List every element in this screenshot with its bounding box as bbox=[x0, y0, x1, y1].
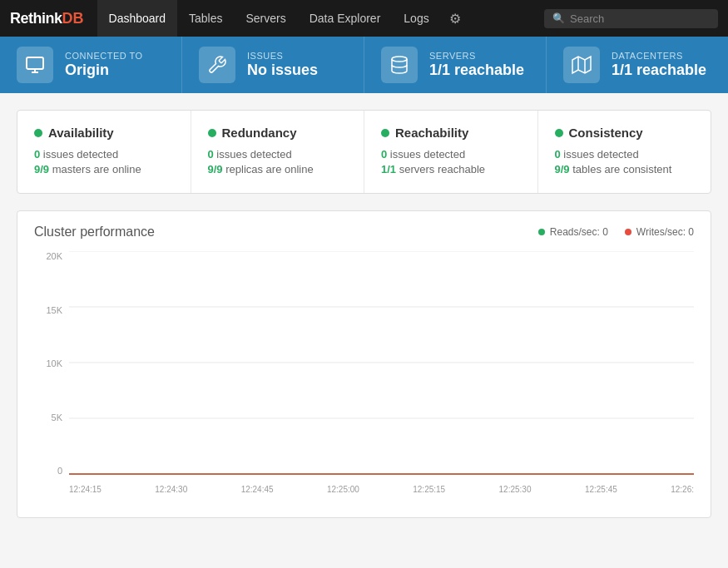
y-label-15k: 15K bbox=[46, 305, 62, 315]
issues-text: Issues No issues bbox=[247, 51, 318, 79]
search-icon: 🔍 bbox=[552, 12, 565, 24]
x-label-2: 12:24:45 bbox=[241, 485, 274, 494]
datacenters-text: Datacenters 1/1 reachable bbox=[612, 51, 706, 79]
redundancy-replicas: 9/9 replicas are online bbox=[208, 163, 348, 175]
cluster-perf-legend: Reads/sec: 0 Writes/sec: 0 bbox=[538, 226, 694, 238]
x-label-3: 12:25:00 bbox=[327, 485, 359, 494]
reachability-servers: 1/1 servers reachable bbox=[381, 163, 521, 175]
x-label-0: 12:24:15 bbox=[69, 485, 102, 494]
reads-label: Reads/sec: 0 bbox=[550, 226, 608, 238]
nav-dashboard[interactable]: Dashboard bbox=[97, 0, 178, 37]
database-icon bbox=[381, 47, 418, 83]
reachability-dot bbox=[381, 129, 389, 137]
chart-y-axis: 20K 15K 10K 5K 0 bbox=[34, 251, 67, 476]
reachability-card: Reachability 0 issues detected 1/1 serve… bbox=[364, 111, 538, 193]
availability-dot bbox=[34, 129, 42, 137]
nav-tables[interactable]: Tables bbox=[177, 0, 234, 37]
status-bar: Connected to Origin Issues No issues Ser… bbox=[0, 37, 728, 93]
status-connected: Connected to Origin bbox=[0, 37, 182, 93]
svg-marker-2 bbox=[572, 57, 591, 73]
app-logo[interactable]: RethinkDB bbox=[10, 10, 84, 27]
nav-data-explorer[interactable]: Data Explorer bbox=[298, 0, 393, 37]
status-issues: Issues No issues bbox=[182, 37, 364, 93]
settings-icon[interactable]: ⚙ bbox=[441, 0, 469, 37]
logo-db: DB bbox=[62, 10, 84, 27]
reachability-title: Reachability bbox=[381, 126, 521, 140]
wrench-icon bbox=[199, 47, 235, 83]
status-servers: Servers 1/1 reachable bbox=[364, 37, 547, 93]
y-label-0: 0 bbox=[57, 466, 62, 476]
availability-masters: 9/9 masters are online bbox=[34, 163, 174, 175]
reads-dot bbox=[538, 229, 545, 235]
consistency-tables: 9/9 tables are consistent bbox=[555, 163, 695, 175]
x-label-7: 12:26: bbox=[671, 485, 694, 494]
status-cards: Availability 0 issues detected 9/9 maste… bbox=[17, 110, 711, 194]
nav-servers[interactable]: Servers bbox=[234, 0, 297, 37]
chart-x-axis: 12:24:15 12:24:30 12:24:45 12:25:00 12:2… bbox=[69, 477, 694, 501]
writes-dot bbox=[625, 229, 631, 235]
chart-container: 20K 15K 10K 5K 0 bbox=[34, 251, 694, 501]
x-label-5: 12:25:30 bbox=[499, 485, 532, 494]
writes-legend: Writes/sec: 0 bbox=[625, 226, 694, 238]
svg-rect-0 bbox=[27, 57, 43, 69]
cluster-perf-title: Cluster performance bbox=[34, 225, 155, 240]
consistency-issues: 0 issues detected bbox=[555, 148, 695, 161]
redundancy-issues: 0 issues detected bbox=[208, 148, 348, 161]
redundancy-card: Redundancy 0 issues detected 9/9 replica… bbox=[191, 111, 365, 193]
y-label-20k: 20K bbox=[46, 251, 62, 261]
nav-logs[interactable]: Logs bbox=[392, 0, 440, 37]
logo-rethink: Rethink bbox=[10, 10, 62, 27]
search-bar[interactable]: 🔍 bbox=[544, 9, 718, 28]
navbar: RethinkDB Dashboard Tables Servers Data … bbox=[0, 0, 728, 37]
cluster-performance-panel: Cluster performance Reads/sec: 0 Writes/… bbox=[17, 210, 711, 518]
consistency-card: Consistency 0 issues detected 9/9 tables… bbox=[538, 111, 711, 193]
map-icon bbox=[563, 47, 600, 83]
search-input[interactable] bbox=[570, 12, 710, 25]
status-datacenters: Datacenters 1/1 reachable bbox=[547, 37, 728, 93]
availability-issues: 0 issues detected bbox=[34, 148, 174, 161]
redundancy-title: Redundancy bbox=[208, 126, 348, 140]
chart-svg bbox=[69, 251, 694, 476]
availability-title: Availability bbox=[34, 126, 174, 140]
redundancy-dot bbox=[208, 129, 216, 137]
y-label-5k: 5K bbox=[52, 412, 62, 422]
chart-area bbox=[69, 251, 694, 476]
connected-text: Connected to Origin bbox=[65, 51, 143, 79]
x-label-6: 12:25:45 bbox=[585, 485, 617, 494]
availability-card: Availability 0 issues detected 9/9 maste… bbox=[17, 111, 191, 193]
x-label-4: 12:25:15 bbox=[413, 485, 445, 494]
cluster-perf-header: Cluster performance Reads/sec: 0 Writes/… bbox=[34, 225, 694, 240]
servers-text: Servers 1/1 reachable bbox=[429, 51, 524, 79]
consistency-title: Consistency bbox=[555, 126, 695, 140]
reads-legend: Reads/sec: 0 bbox=[538, 226, 608, 238]
consistency-dot bbox=[555, 129, 563, 137]
svg-point-1 bbox=[392, 57, 407, 62]
monitor-icon bbox=[17, 47, 53, 83]
y-label-10k: 10K bbox=[46, 358, 62, 368]
main-content: Availability 0 issues detected 9/9 maste… bbox=[0, 93, 728, 535]
x-label-1: 12:24:30 bbox=[155, 485, 187, 494]
reachability-issues: 0 issues detected bbox=[381, 148, 521, 161]
writes-label: Writes/sec: 0 bbox=[636, 226, 694, 238]
